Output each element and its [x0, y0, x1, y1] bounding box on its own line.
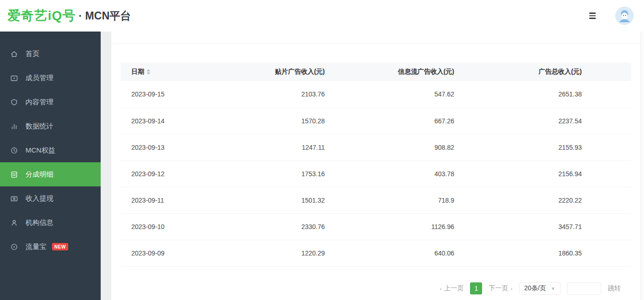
home-icon	[10, 50, 18, 58]
app-window: 爱奇艺iQ号 · MCN平台 首页成员管理内容管理数据统计MCN权益分成明细收入…	[0, 0, 644, 300]
column-header: 贴片广告收入(元)	[238, 63, 350, 81]
new-badge: NEW	[52, 243, 68, 250]
top-header: 爱奇艺iQ号 · MCN平台	[0, 0, 644, 32]
cell-date: 2023-09-15	[121, 81, 238, 108]
revenue-table: 日期贴片广告收入(元)信息流广告收入(元)广告总收入(元) 2023-09-15…	[121, 63, 631, 267]
jump-label: 跳转	[608, 284, 621, 293]
cell-date: 2023-09-09	[121, 240, 238, 266]
sidebar-item-label: 内容管理	[26, 98, 53, 107]
chevron-down-icon: ▼	[551, 286, 555, 291]
prev-page-label: 上一页	[444, 284, 464, 293]
sidebar-item-member[interactable]: 成员管理	[0, 66, 101, 90]
table-row: 2023-09-121753.16403.782156.94	[121, 160, 631, 187]
cell-date: 2023-09-14	[121, 108, 238, 134]
page-size-value: 20条/页	[524, 284, 546, 293]
cell-value: 403.78	[350, 160, 483, 187]
cell-value: 2330.76	[238, 213, 350, 240]
sidebar-item-content[interactable]: 内容管理	[0, 90, 101, 114]
topbar-right	[587, 6, 634, 25]
table-row: 2023-09-111501.32718.92220.22	[121, 187, 631, 213]
next-page-button[interactable]: 下一页 ›	[489, 284, 512, 293]
scrollbar[interactable]	[640, 32, 644, 300]
pagination: ‹ 上一页 1 下一页 › 20条/页 ▼ 跳转	[111, 282, 621, 295]
traffic-icon	[10, 243, 18, 251]
sidebar-item-withdraw[interactable]: 收入提现	[0, 186, 101, 211]
column-header-label: 广告总收入(元)	[539, 68, 582, 75]
cell-value: 1247.11	[238, 134, 350, 160]
sidebar-item-clock[interactable]: MCN权益	[0, 138, 101, 162]
column-header-label: 贴片广告收入(元)	[275, 68, 325, 75]
cell-value: 1126.96	[350, 213, 483, 240]
revenue-table-wrap: 日期贴片广告收入(元)信息流广告收入(元)广告总收入(元) 2023-09-15…	[121, 63, 631, 267]
org-icon	[10, 219, 18, 227]
member-icon	[10, 74, 18, 82]
clock-icon	[10, 147, 18, 154]
cell-value: 908.82	[350, 134, 483, 160]
table-row: 2023-09-152103.76547.622651.38	[121, 81, 631, 108]
cell-value: 718.9	[350, 187, 483, 213]
sidebar-item-label: 收入提现	[26, 194, 53, 203]
cell-value: 1570.28	[238, 108, 350, 134]
content-panel: 日期贴片广告收入(元)信息流广告收入(元)广告总收入(元) 2023-09-15…	[111, 32, 640, 300]
sidebar-nav: 首页成员管理内容管理数据统计MCN权益分成明细收入提现机构信息流量宝NEW	[0, 42, 101, 259]
logo-suffix: · MCN平台	[79, 9, 131, 23]
table-row: 2023-09-102330.761126.963457.71	[121, 213, 631, 240]
cell-value: 1860.35	[483, 240, 631, 266]
sidebar-item-label: 成员管理	[26, 74, 53, 83]
cell-value: 667.26	[350, 108, 483, 134]
sidebar-item-label: 机构信息	[26, 218, 53, 227]
cell-value: 1753.16	[238, 160, 350, 187]
sidebar: 首页成员管理内容管理数据统计MCN权益分成明细收入提现机构信息流量宝NEW	[0, 32, 101, 300]
logo-brand: 爱奇艺iQ号	[7, 7, 76, 25]
content-icon	[10, 98, 18, 106]
cell-value: 547.62	[350, 81, 483, 108]
sidebar-item-stats[interactable]: 数据统计	[0, 114, 101, 138]
cell-value: 2155.93	[483, 134, 631, 160]
cell-date: 2023-09-12	[121, 160, 238, 187]
column-header[interactable]: 日期	[121, 63, 238, 81]
cell-value: 1501.32	[238, 187, 350, 213]
sidebar-item-label: 分成明细	[26, 170, 53, 179]
current-page-button[interactable]: 1	[470, 282, 482, 294]
cell-value: 640.06	[350, 240, 483, 266]
chevron-right-icon: ›	[510, 285, 512, 292]
sort-icon[interactable]	[147, 69, 150, 75]
table-row: 2023-09-091220.29640.061860.35	[121, 240, 631, 266]
logo: 爱奇艺iQ号 · MCN平台	[7, 7, 131, 25]
cell-value: 2651.38	[483, 81, 631, 108]
detail-icon	[10, 171, 18, 179]
sidebar-item-traffic[interactable]: 流量宝NEW	[0, 235, 101, 259]
column-header: 信息流广告收入(元)	[350, 63, 483, 81]
cell-value: 3457.71	[483, 213, 631, 240]
mascot-avatar-icon	[615, 6, 634, 25]
page-size-select[interactable]: 20条/页 ▼	[519, 282, 560, 295]
column-header-label: 信息流广告收入(元)	[398, 68, 454, 75]
cell-value: 2220.22	[483, 187, 631, 213]
sidebar-item-label: MCN权益	[26, 146, 55, 155]
column-header-label: 日期	[131, 68, 144, 75]
cell-value: 2237.54	[483, 108, 631, 134]
stats-icon	[10, 122, 18, 130]
menu-icon[interactable]	[587, 11, 598, 20]
user-avatar[interactable]	[615, 6, 634, 25]
chevron-left-icon: ‹	[440, 285, 442, 292]
table-row: 2023-09-131247.11908.822155.93	[121, 134, 631, 160]
content-area: 日期贴片广告收入(元)信息流广告收入(元)广告总收入(元) 2023-09-15…	[101, 32, 644, 300]
next-page-label: 下一页	[489, 284, 508, 293]
cell-date: 2023-09-13	[121, 134, 238, 160]
sidebar-item-home[interactable]: 首页	[0, 42, 101, 66]
jump-page-input[interactable]	[567, 282, 601, 295]
prev-page-button[interactable]: ‹ 上一页	[440, 284, 464, 293]
sidebar-item-label: 数据统计	[26, 122, 53, 131]
cell-value: 2156.94	[483, 160, 631, 187]
sidebar-item-org[interactable]: 机构信息	[0, 211, 101, 235]
cell-value: 2103.76	[238, 81, 350, 108]
withdraw-icon	[10, 195, 18, 203]
sidebar-item-detail[interactable]: 分成明细	[0, 162, 101, 186]
table-row: 2023-09-141570.28667.262237.54	[121, 108, 631, 134]
cell-value: 1220.29	[238, 240, 350, 266]
sidebar-item-label: 首页	[26, 50, 39, 58]
column-header: 广告总收入(元)	[483, 63, 631, 81]
sidebar-item-label: 流量宝	[26, 243, 46, 251]
cell-date: 2023-09-10	[121, 213, 238, 240]
